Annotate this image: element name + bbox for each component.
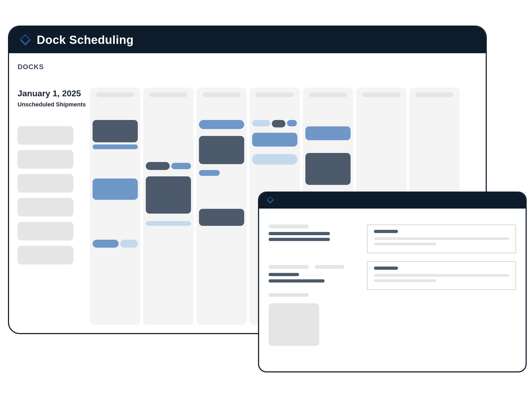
appointment-block[interactable] (93, 178, 138, 200)
dock-column-header (415, 92, 453, 97)
appointment-block[interactable] (252, 133, 297, 147)
appointment-block[interactable] (252, 154, 297, 165)
appointment-block[interactable] (171, 163, 191, 169)
appointment-block[interactable] (93, 240, 119, 248)
card-title (374, 267, 398, 270)
unscheduled-shipment[interactable] (18, 246, 73, 264)
unscheduled-shipment[interactable] (18, 198, 73, 217)
dock-column[interactable] (143, 88, 194, 325)
info-card[interactable] (367, 261, 516, 290)
unscheduled-list (18, 126, 87, 264)
appointment-block[interactable] (199, 209, 244, 226)
app-title: Dock Scheduling (37, 33, 134, 47)
appointment-block[interactable] (146, 221, 191, 226)
detail-body (259, 209, 526, 355)
appointment-block[interactable] (287, 120, 297, 126)
unscheduled-shipment[interactable] (18, 174, 73, 193)
field-value (269, 273, 299, 276)
unscheduled-heading: Unscheduled Shipments (18, 101, 87, 108)
appointment-block[interactable] (146, 176, 191, 214)
appointment-block[interactable] (199, 170, 220, 176)
appointment-block[interactable] (272, 120, 285, 127)
dock-column-header (362, 92, 400, 97)
appointment-block[interactable] (252, 120, 270, 126)
dock-column-header (149, 92, 187, 97)
shipment-detail-window (258, 192, 527, 372)
field-label (315, 265, 344, 269)
main-window-header: Dock Scheduling (9, 27, 486, 53)
dock-column-header (256, 92, 294, 97)
appointment-block[interactable] (120, 240, 138, 248)
card-line (374, 274, 509, 277)
info-card[interactable] (367, 225, 516, 253)
detail-right-panel (367, 225, 516, 346)
field-label (269, 265, 309, 269)
dock-column-body (93, 101, 138, 325)
appointment-block[interactable] (93, 144, 138, 149)
dock-column-header (309, 92, 347, 97)
dock-column[interactable] (90, 88, 140, 325)
dock-column-body (146, 101, 191, 325)
field-value (269, 238, 330, 241)
sidebar: January 1, 2025 Unscheduled Shipments (18, 88, 87, 325)
app-logo-icon (20, 34, 31, 45)
dock-column-body (199, 101, 244, 325)
detail-left-panel (269, 225, 359, 346)
unscheduled-shipment[interactable] (18, 126, 73, 145)
card-line (374, 237, 509, 240)
card-line (374, 279, 436, 282)
field-value (269, 232, 330, 235)
detail-window-header (259, 193, 526, 209)
card-title (374, 230, 398, 233)
appointment-block[interactable] (199, 120, 244, 129)
app-logo-icon (267, 196, 274, 205)
card-line (374, 243, 436, 245)
field-value (269, 279, 325, 283)
field-label (269, 293, 309, 297)
unscheduled-shipment[interactable] (18, 150, 73, 169)
dock-column[interactable] (196, 88, 247, 325)
dock-column-header (203, 92, 240, 97)
appointment-block[interactable] (146, 162, 170, 170)
thumbnail[interactable] (269, 303, 319, 346)
dock-column-header (96, 92, 134, 97)
appointment-block[interactable] (305, 153, 351, 185)
unscheduled-shipment[interactable] (18, 222, 73, 240)
appointment-block[interactable] (199, 136, 244, 164)
current-date: January 1, 2025 (18, 89, 87, 98)
appointment-block[interactable] (93, 120, 138, 142)
field-label (269, 225, 309, 228)
appointment-block[interactable] (305, 126, 351, 140)
section-label: DOCKS (18, 63, 477, 71)
